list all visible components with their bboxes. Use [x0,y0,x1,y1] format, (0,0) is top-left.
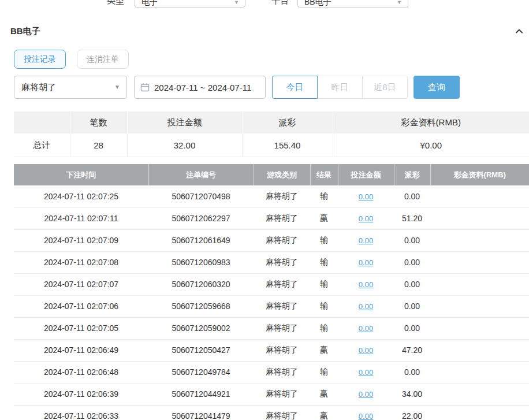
bet-amount-link[interactable]: 0.00 [359,280,373,289]
tab-linked-orders[interactable]: 连消注单 [77,50,129,69]
bet-amount-link[interactable]: 0.00 [359,236,373,245]
summary-header-row: 笔数投注金额派彩彩金资料(RMB) [14,111,529,134]
cell-order-id: 5060712060320 [148,273,254,295]
cell-payout: 47.20 [394,339,430,361]
platform-select[interactable]: BB电子 ▼ [297,0,408,8]
table-row: 2024-07-11 02:06:485060712049784麻将胡了输0.0… [14,361,529,383]
cell-result: 赢 [310,339,338,361]
cell-order-id: 5060712062297 [148,207,254,229]
cell-bet-time: 2024-07-11 02:07:09 [14,229,148,251]
cell-payout: 0.00 [394,295,430,317]
summary-header-cell: 笔数 [70,111,127,134]
calendar-icon [140,83,150,92]
cell-payout: 51.20 [394,207,430,229]
cell-result: 输 [310,251,338,273]
cell-bonus [430,383,529,405]
cell-bonus [430,295,529,317]
cell-payout: 0.00 [394,317,430,339]
cell-game-type: 麻将胡了 [254,273,310,295]
cell-bet-amount: 0.00 [338,273,394,295]
game-select-value: 麻将胡了 [21,82,56,92]
cell-bet-amount: 0.00 [338,317,394,339]
chevron-down-icon: ▼ [234,0,239,5]
cell-bet-amount: 0.00 [338,339,394,361]
summary-table: 笔数投注金额派彩彩金资料(RMB) 总计2832.00155.40¥0.00 [14,111,529,157]
date-range-picker[interactable]: 2024-07-11 ~ 2024-07-11 [134,76,266,99]
search-button[interactable]: 查询 [413,76,460,99]
bet-amount-link[interactable]: 0.00 [359,412,373,420]
cell-bet-time: 2024-07-11 02:06:33 [14,405,148,420]
quick-range-button-1[interactable]: 昨日 [317,76,363,99]
platform-label: 平台 [271,0,289,6]
cell-payout: 22.00 [394,405,430,420]
collapse-section-button[interactable] [514,26,524,36]
cell-bonus [430,229,529,251]
cell-result: 赢 [310,383,338,405]
cell-bet-amount: 0.00 [338,207,394,229]
bet-table-header-row: 下注时间注单编号游戏类别结果投注金额派彩彩金资料(RMB) [14,164,529,185]
bet-amount-link[interactable]: 0.00 [359,192,373,201]
bet-amount-link[interactable]: 0.00 [359,302,373,311]
bet-records-table: 下注时间注单编号游戏类别结果投注金额派彩彩金资料(RMB) 2024-07-11… [14,164,529,420]
bet-table-header-cell: 派彩 [394,164,430,185]
cell-game-type: 麻将胡了 [254,317,310,339]
cell-bet-time: 2024-07-11 02:07:07 [14,273,148,295]
cell-order-id: 5060712041479 [148,405,254,420]
game-select[interactable]: 麻将胡了 ▼ [14,76,127,99]
chevron-down-icon: ▼ [397,0,402,5]
table-row: 2024-07-11 02:07:255060712070498麻将胡了输0.0… [14,185,529,207]
cell-order-id: 5060712050427 [148,339,254,361]
cell-game-type: 麻将胡了 [254,361,310,383]
table-row: 2024-07-11 02:07:075060712060320麻将胡了输0.0… [14,273,529,295]
cell-result: 输 [310,229,338,251]
bet-amount-link[interactable]: 0.00 [359,324,373,333]
cell-result: 输 [310,317,338,339]
date-range-value: 2024-07-11 ~ 2024-07-11 [154,83,251,92]
cell-game-type: 麻将胡了 [254,405,310,420]
query-filter-row: 麻将胡了 ▼ 2024-07-11 ~ 2024-07-11 今日昨日近8日 查… [14,76,460,99]
bet-amount-link[interactable]: 0.00 [359,214,373,223]
bet-amount-link[interactable]: 0.00 [359,368,373,377]
cell-bet-amount: 0.00 [338,185,394,207]
cell-order-id: 5060712059668 [148,295,254,317]
cell-bet-amount: 0.00 [338,361,394,383]
cell-order-id: 5060712059002 [148,317,254,339]
bet-amount-link[interactable]: 0.00 [359,258,373,267]
summary-total-row: 总计2832.00155.40¥0.00 [14,134,529,157]
quick-range-button-0[interactable]: 今日 [272,76,318,99]
bet-table-header-cell: 投注金额 [338,164,394,185]
cell-result: 输 [310,185,338,207]
bet-amount-link[interactable]: 0.00 [359,346,373,355]
type-label: 类型 [107,0,124,6]
bet-table-header-cell: 游戏类别 [254,164,310,185]
table-row: 2024-07-11 02:07:115060712062297麻将胡了赢0.0… [14,207,529,229]
table-row: 2024-07-11 02:06:395060712044921麻将胡了赢0.0… [14,383,529,405]
cell-bet-time: 2024-07-11 02:06:39 [14,383,148,405]
table-row: 2024-07-11 02:07:085060712060983麻将胡了输0.0… [14,251,529,273]
bet-table-header-cell: 注单编号 [148,164,254,185]
cell-bet-amount: 0.00 [338,251,394,273]
table-row: 2024-07-11 02:07:065060712059668麻将胡了输0.0… [14,295,529,317]
cell-payout: 0.00 [394,185,430,207]
cell-bet-time: 2024-07-11 02:06:49 [14,339,148,361]
tab-bet-records[interactable]: 投注记录 [14,50,66,69]
cell-game-type: 麻将胡了 [254,229,310,251]
cell-bet-time: 2024-07-11 02:07:08 [14,251,148,273]
type-select[interactable]: 电子 ▼ [135,0,245,8]
quick-range-button-2[interactable]: 近8日 [362,76,408,99]
cell-bonus [430,273,529,295]
cell-payout: 0.00 [394,361,430,383]
cell-result: 赢 [310,405,338,420]
cell-bet-amount: 0.00 [338,295,394,317]
summary-cell: 28 [70,134,127,157]
summary-header-cell: 彩金资料(RMB) [333,111,529,134]
platform-select-value: BB电子 [304,0,331,6]
cell-result: 输 [310,273,338,295]
quick-range-group: 今日昨日近8日 [272,76,408,99]
cell-payout: 0.00 [394,251,430,273]
cell-game-type: 麻将胡了 [254,383,310,405]
cell-bonus [430,339,529,361]
cell-bet-time: 2024-07-11 02:07:11 [14,207,148,229]
cell-game-type: 麻将胡了 [254,207,310,229]
bet-amount-link[interactable]: 0.00 [359,390,373,399]
